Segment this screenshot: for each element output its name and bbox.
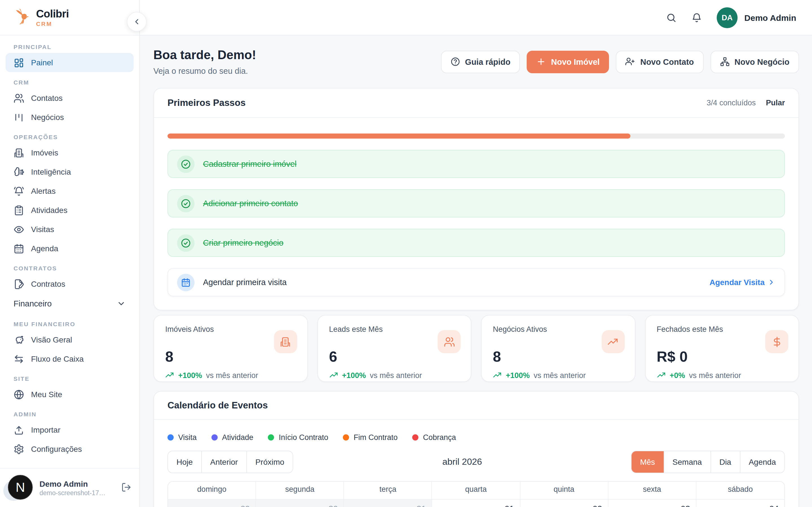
view-month-button[interactable]: Mês	[631, 451, 664, 473]
sidebar-item-contratos[interactable]: Contratos	[6, 274, 134, 293]
onboarding-body: Cadastrar primeiro imóvel Adicionar prim…	[154, 118, 799, 310]
avatar: DA	[717, 7, 738, 28]
trending-up-icon	[601, 330, 624, 353]
view-agenda-button[interactable]: Agenda	[740, 451, 784, 473]
onboarding-card: Primeiros Passos 3/4 concluídos Pular	[153, 88, 799, 311]
prev-button[interactable]: Anterior	[202, 451, 247, 473]
legend-label: Atividade	[222, 433, 253, 442]
next-button[interactable]: Próximo	[247, 451, 293, 473]
logout-icon	[121, 482, 132, 492]
sidebar-item-label: Visão Geral	[31, 335, 72, 344]
legend-label: Fim Contrato	[354, 433, 398, 442]
onboarding-title: Primeiros Passos	[167, 98, 246, 108]
trend-text: vs mês anterior	[689, 371, 741, 379]
help-circle-icon	[450, 57, 460, 66]
sidebar-item-agenda[interactable]: Agenda	[6, 239, 134, 258]
skip-button[interactable]: Pular	[766, 99, 785, 107]
check-circle-icon	[177, 234, 195, 251]
section-label-crm: CRM	[6, 79, 134, 86]
button-label: Novo Imóvel	[551, 57, 600, 66]
schedule-visit-link[interactable]: Agendar Visita	[709, 278, 775, 287]
sidebar-item-atividades[interactable]: Atividades	[6, 201, 134, 220]
sidebar-item-label: Negócios	[31, 113, 64, 122]
sidebar-item-contatos[interactable]: Contatos	[6, 89, 134, 108]
stat-card-fechados: Fechados este Mês R$ 0 +0% vs mês anteri…	[645, 315, 799, 382]
today-button[interactable]: Hoje	[168, 451, 202, 473]
sidebar-group-financeiro[interactable]: Financeiro	[6, 293, 134, 314]
sidebar-item-visao-geral[interactable]: Visão Geral	[6, 330, 134, 349]
button-label: Novo Negócio	[734, 57, 790, 66]
onboarding-step-4[interactable]: Agendar primeira visita Agendar Visita	[167, 268, 785, 296]
sidebar-item-inteligencia[interactable]: Inteligência	[6, 162, 134, 181]
quick-guide-button[interactable]: Guia rápido	[441, 50, 520, 73]
network-icon	[720, 57, 729, 66]
sidebar-item-label: Inteligência	[31, 167, 71, 176]
calendar-grid: domingo segunda terça quarta quinta sext…	[167, 481, 785, 507]
sidebar-item-meu-site[interactable]: Meu Site	[6, 385, 134, 404]
calendar-day-cell[interactable]: 29	[168, 500, 256, 507]
search-button[interactable]	[666, 12, 677, 23]
new-property-button[interactable]: Novo Imóvel	[527, 50, 609, 73]
calendar-day-cell[interactable]: 31	[344, 500, 432, 507]
sidebar-item-negocios[interactable]: Negócios	[6, 108, 134, 127]
piggy-bank-icon	[13, 334, 24, 345]
legend-visita: Visita	[167, 433, 197, 442]
clipboard-list-icon	[13, 205, 24, 216]
calendar-day-cell[interactable]: 30	[256, 500, 344, 507]
hummingbird-logo-icon	[13, 7, 34, 27]
sidebar-item-label: Atividades	[31, 206, 67, 215]
new-contact-button[interactable]: Novo Contato	[616, 50, 703, 73]
section-label-contratos: CONTRATOS	[6, 265, 134, 272]
section-label-admin: ADMIN	[6, 411, 134, 417]
weekday-header: quarta	[432, 482, 520, 499]
calendar-day-cell[interactable]: 01	[432, 500, 520, 507]
trend-text: vs mês anterior	[370, 371, 422, 379]
view-day-button[interactable]: Dia	[711, 451, 740, 473]
calendar-legend: Visita Atividade Início Contrato Fim Con…	[167, 433, 785, 442]
trending-up-icon	[329, 371, 338, 380]
onboarding-step-1[interactable]: Cadastrar primeiro imóvel	[167, 150, 785, 178]
logout-button[interactable]	[121, 482, 132, 494]
sidebar-item-label: Meu Site	[31, 390, 62, 399]
sidebar-item-configuracoes[interactable]: Configurações	[6, 439, 134, 459]
notifications-button[interactable]	[691, 12, 702, 23]
sidebar-item-importar[interactable]: Importar	[6, 420, 134, 439]
legend-label: Início Contrato	[279, 433, 328, 442]
progress-bar	[167, 133, 785, 138]
sidebar-group-label: Financeiro	[13, 299, 52, 308]
stat-card-negocios-ativos: Negócios Ativos 8 +100% vs mês anterior	[481, 315, 635, 382]
sidebar-user[interactable]: N Demo Admin demo-screenshot-177...	[0, 468, 139, 507]
calendar-day-cell[interactable]: 04	[696, 500, 784, 507]
sidebar-item-label: Agenda	[31, 244, 58, 253]
onboarding-step-2[interactable]: Adicionar primeiro contato	[167, 189, 785, 217]
trend-percent: +100%	[178, 371, 202, 379]
sidebar-item-imoveis[interactable]: Imóveis	[6, 143, 134, 162]
link-label: Agendar Visita	[709, 278, 765, 287]
gear-icon	[13, 444, 24, 454]
onboarding-step-3[interactable]: Criar primeiro negócio	[167, 229, 785, 257]
stat-card-leads: Leads este Mês 6 +100% vs mês anterior	[317, 315, 471, 382]
sidebar-collapse-button[interactable]	[127, 12, 147, 32]
page-content: Boa tarde, Demo! Veja o resumo do seu di…	[140, 36, 812, 507]
view-week-button[interactable]: Semana	[664, 451, 711, 473]
weekday-header: terça	[344, 482, 432, 499]
sidebar-item-label: Configurações	[31, 445, 82, 453]
legend-cobranca: Cobrança	[412, 433, 456, 442]
profile-menu[interactable]: DA Demo Admin	[717, 7, 796, 28]
sidebar-item-visitas[interactable]: Visitas	[6, 220, 134, 239]
trend-percent: +0%	[670, 371, 685, 379]
legend-label: Cobrança	[423, 433, 456, 442]
topbar: DA Demo Admin	[140, 0, 812, 36]
profile-name: Demo Admin	[744, 13, 796, 22]
sidebar-item-fluxo-de-caixa[interactable]: Fluxo de Caixa	[6, 349, 134, 369]
page-title: Boa tarde, Demo!	[153, 48, 256, 62]
calendar-day-cell[interactable]: 02	[520, 500, 608, 507]
calendar-icon	[177, 274, 195, 291]
new-deal-button[interactable]: Novo Negócio	[710, 50, 799, 73]
sidebar-item-alertas[interactable]: Alertas	[6, 181, 134, 201]
calendar-card: Calendário de Eventos Visita Atividade I…	[153, 391, 799, 507]
sidebar-item-painel[interactable]: Painel	[6, 53, 134, 72]
calendar-day-cell[interactable]: 03	[608, 500, 696, 507]
sidebar-item-label: Importar	[31, 425, 60, 434]
file-pen-icon	[13, 279, 24, 289]
